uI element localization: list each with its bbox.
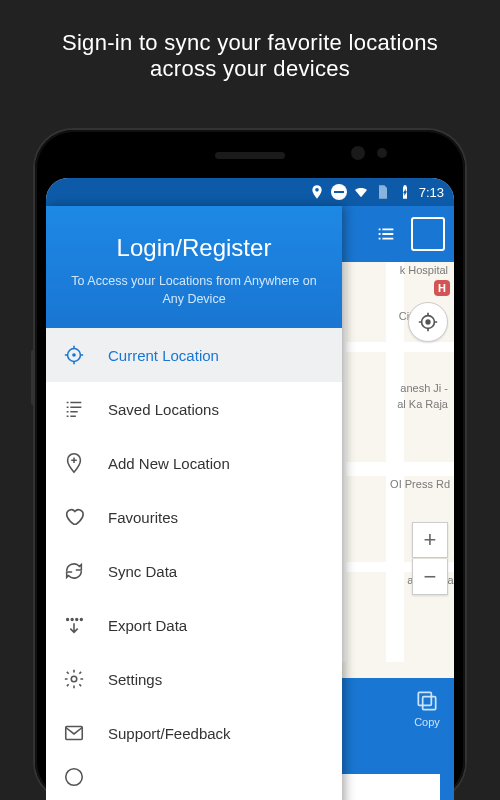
do-not-disturb-icon [331, 184, 347, 200]
promo-heading: Sign-in to sync your favorite locations … [0, 0, 500, 100]
svg-point-5 [72, 353, 76, 357]
target-icon [62, 343, 86, 367]
drawer-item-export[interactable]: Export Data [46, 598, 342, 652]
pin-plus-icon [62, 451, 86, 475]
svg-point-7 [71, 619, 73, 621]
zoom-out-button[interactable]: − [412, 559, 448, 595]
gear-icon [62, 667, 86, 691]
drawer-item-label: Settings [108, 671, 162, 688]
square-action-button[interactable] [410, 216, 446, 252]
list-icon [375, 223, 397, 245]
drawer-item-label: Support/Feedback [108, 725, 231, 742]
drawer-title: Login/Register [64, 234, 324, 262]
drawer-header[interactable]: Login/Register To Access your Locations … [46, 206, 342, 328]
export-icon [62, 613, 86, 637]
wifi-icon [353, 184, 369, 200]
drawer-item-saved-locations[interactable]: Saved Locations [46, 382, 342, 436]
location-pin-icon [309, 184, 325, 200]
drawer-item-label: Export Data [108, 617, 187, 634]
copy-button[interactable]: Copy [414, 688, 440, 728]
sync-icon [62, 559, 86, 583]
map-label: k Hospital [400, 264, 448, 276]
drawer-item-label: Add New Location [108, 455, 230, 472]
drawer-item-label: Current Location [108, 347, 219, 364]
drawer-item-sync[interactable]: Sync Data [46, 544, 342, 598]
zoom-in-button[interactable]: + [412, 522, 448, 558]
svg-point-1 [426, 320, 430, 324]
navigation-drawer: Login/Register To Access your Locations … [46, 206, 342, 800]
svg-point-12 [66, 769, 83, 786]
drawer-item-add-location[interactable]: Add New Location [46, 436, 342, 490]
drawer-list: Current Location Saved Locations Add New… [46, 328, 342, 800]
copy-label: Copy [414, 716, 440, 728]
drawer-item-label: Saved Locations [108, 401, 219, 418]
circle-icon [62, 765, 86, 789]
svg-point-9 [80, 619, 82, 621]
screen: 7:13 k Hospital H City Gold anesh Ji - a… [46, 178, 454, 800]
mail-icon [62, 721, 86, 745]
svg-rect-3 [418, 692, 431, 705]
drawer-item-support[interactable]: Support/Feedback [46, 706, 342, 760]
svg-point-8 [76, 619, 78, 621]
drawer-item-label: Favourites [108, 509, 178, 526]
status-bar: 7:13 [46, 178, 454, 206]
map-label: OI Press Rd [390, 478, 450, 490]
map-label: al Ka Raja [397, 398, 448, 410]
list-icon [62, 397, 86, 421]
drawer-item-settings[interactable]: Settings [46, 652, 342, 706]
svg-point-6 [67, 619, 69, 621]
drawer-item-partial[interactable] [46, 760, 342, 794]
status-time: 7:13 [419, 185, 444, 200]
svg-point-10 [71, 677, 77, 683]
my-location-button[interactable] [408, 302, 448, 342]
hospital-marker-icon: H [434, 280, 450, 296]
square-icon [411, 217, 445, 251]
heart-icon [62, 505, 86, 529]
battery-icon [397, 184, 413, 200]
phone-frame: 7:13 k Hospital H City Gold anesh Ji - a… [35, 130, 465, 800]
map-label: anesh Ji - [400, 382, 448, 394]
drawer-item-favourites[interactable]: Favourites [46, 490, 342, 544]
drawer-subtitle: To Access your Locations from Anywhere o… [64, 272, 324, 308]
sim-icon [375, 184, 391, 200]
drawer-item-current-location[interactable]: Current Location [46, 328, 342, 382]
svg-rect-2 [423, 697, 436, 710]
drawer-item-label: Sync Data [108, 563, 177, 580]
target-icon [417, 311, 439, 333]
copy-icon [414, 688, 440, 714]
list-icon-button[interactable] [368, 216, 404, 252]
